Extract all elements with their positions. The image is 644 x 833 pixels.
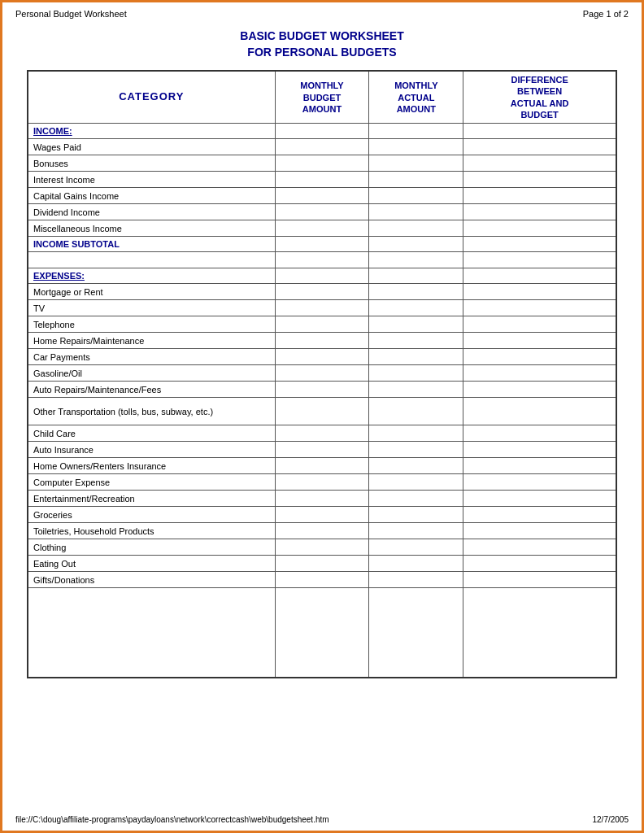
row-monthly-actual	[369, 523, 463, 539]
row-difference	[463, 316, 616, 333]
row-monthly-budget	[275, 268, 369, 284]
table-row: Child Care	[28, 425, 616, 442]
row-difference	[463, 507, 616, 523]
table-row	[28, 588, 616, 678]
row-label	[28, 588, 275, 678]
table-row: TV	[28, 300, 616, 316]
table-row: Groceries	[28, 507, 616, 523]
row-monthly-budget	[275, 507, 369, 523]
row-monthly-actual	[369, 333, 463, 349]
row-difference	[463, 588, 616, 678]
header-left: Personal Budget Worksheet	[15, 9, 127, 19]
row-monthly-actual	[369, 491, 463, 507]
table-row	[28, 252, 616, 268]
row-monthly-actual	[369, 155, 463, 172]
row-difference	[463, 382, 616, 398]
row-difference	[463, 425, 616, 442]
row-label	[28, 252, 275, 268]
row-label: Computer Expense	[28, 474, 275, 491]
row-difference	[463, 333, 616, 349]
row-monthly-actual	[369, 425, 463, 442]
row-monthly-actual	[369, 188, 463, 204]
table-row: Dividend Income	[28, 204, 616, 220]
row-monthly-budget	[275, 474, 369, 491]
row-label: Bonuses	[28, 155, 275, 172]
row-label: Gifts/Donations	[28, 572, 275, 588]
row-monthly-actual	[369, 588, 463, 678]
row-monthly-actual	[369, 556, 463, 572]
row-monthly-budget	[275, 155, 369, 172]
row-label: Home Owners/Renters Insurance	[28, 458, 275, 474]
table-row: Other Transportation (tolls, bus, subway…	[28, 398, 616, 425]
row-difference	[463, 442, 616, 458]
table-row: Car Payments	[28, 349, 616, 365]
row-label: Child Care	[28, 425, 275, 442]
row-difference	[463, 556, 616, 572]
table-row: Toiletries, Household Products	[28, 523, 616, 539]
row-difference	[463, 284, 616, 300]
row-monthly-budget	[275, 425, 369, 442]
row-label: Car Payments	[28, 349, 275, 365]
row-label: EXPENSES:	[28, 268, 275, 284]
row-monthly-actual	[369, 220, 463, 237]
row-monthly-budget	[275, 316, 369, 333]
footer-left: file://C:\doug\affiliate-programs\payday…	[15, 815, 329, 824]
row-label: Mortgage or Rent	[28, 284, 275, 300]
row-monthly-actual	[369, 365, 463, 382]
row-difference	[463, 349, 616, 365]
row-monthly-actual	[369, 124, 463, 139]
table-row: Clothing	[28, 539, 616, 556]
row-monthly-actual	[369, 382, 463, 398]
row-monthly-budget	[275, 284, 369, 300]
row-difference	[463, 523, 616, 539]
table-row: Capital Gains Income	[28, 188, 616, 204]
table-row: Home Repairs/Maintenance	[28, 333, 616, 349]
footer-right: 12/7/2005	[593, 815, 629, 824]
row-monthly-budget	[275, 539, 369, 556]
row-label: Home Repairs/Maintenance	[28, 333, 275, 349]
row-monthly-actual	[369, 300, 463, 316]
row-monthly-actual	[369, 316, 463, 333]
row-difference	[463, 491, 616, 507]
row-monthly-budget	[275, 382, 369, 398]
table-row: Wages Paid	[28, 139, 616, 155]
row-difference	[463, 252, 616, 268]
table-row: Home Owners/Renters Insurance	[28, 458, 616, 474]
row-monthly-budget	[275, 398, 369, 425]
row-label: Groceries	[28, 507, 275, 523]
row-difference	[463, 398, 616, 425]
table-row: Miscellaneous Income	[28, 220, 616, 237]
row-monthly-budget	[275, 588, 369, 678]
row-monthly-actual	[369, 442, 463, 458]
row-monthly-budget	[275, 124, 369, 139]
row-label: Telephone	[28, 316, 275, 333]
table-row: Interest Income	[28, 172, 616, 188]
row-difference	[463, 539, 616, 556]
row-monthly-actual	[369, 572, 463, 588]
table-row: Eating Out	[28, 556, 616, 572]
row-label: Other Transportation (tolls, bus, subway…	[28, 398, 275, 425]
row-monthly-budget	[275, 442, 369, 458]
row-monthly-actual	[369, 204, 463, 220]
row-difference	[463, 458, 616, 474]
table-row: Gasoline/Oil	[28, 365, 616, 382]
row-label: INCOME:	[28, 124, 275, 139]
row-monthly-actual	[369, 284, 463, 300]
table-row: Entertainment/Recreation	[28, 491, 616, 507]
table-row: Bonuses	[28, 155, 616, 172]
table-row: Auto Insurance	[28, 442, 616, 458]
row-difference	[463, 220, 616, 237]
table-row: Gifts/Donations	[28, 572, 616, 588]
row-monthly-budget	[275, 572, 369, 588]
row-monthly-budget	[275, 172, 369, 188]
row-difference	[463, 155, 616, 172]
page-footer: file://C:\doug\affiliate-programs\payday…	[2, 812, 642, 827]
row-label: Dividend Income	[28, 204, 275, 220]
table-row: Mortgage or Rent	[28, 284, 616, 300]
row-monthly-actual	[369, 474, 463, 491]
row-label: Wages Paid	[28, 139, 275, 155]
table-row: INCOME SUBTOTAL	[28, 237, 616, 252]
row-monthly-budget	[275, 220, 369, 237]
row-difference	[463, 139, 616, 155]
row-label: Toiletries, Household Products	[28, 523, 275, 539]
